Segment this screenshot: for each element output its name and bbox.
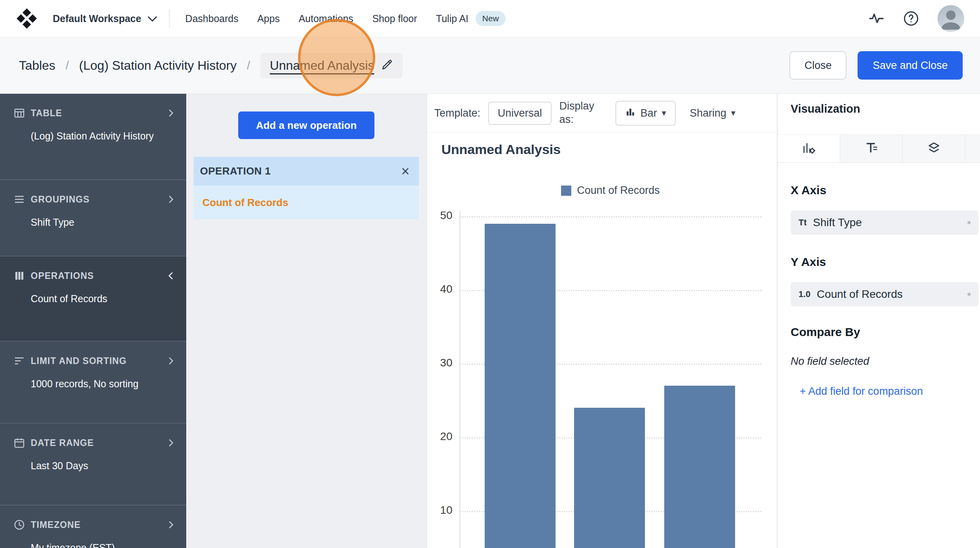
panel-title: Visualization [791, 102, 860, 115]
top-nav: Default Workspace Dashboards Apps Automa… [0, 0, 980, 37]
y-tick-label: 10 [427, 504, 452, 516]
nav-divider [169, 9, 170, 28]
tab-text-format[interactable] [840, 135, 903, 162]
y-axis-line [459, 211, 460, 548]
nav-links: Dashboards Apps Automations Shop floor T… [185, 11, 506, 26]
display-as-label: Display as: [559, 100, 608, 126]
sidebar-section-groupings[interactable]: GROUPINGS Shift Type [0, 180, 186, 256]
operation-item-row[interactable]: Count of Records [194, 186, 419, 219]
operation-header[interactable]: OPERATION 1 × [194, 157, 419, 186]
analysis-name[interactable]: Unnamed Analysis [270, 58, 374, 73]
close-button[interactable]: Close [789, 51, 847, 80]
breadcrumb-bar: Tables / (Log) Station Activity History … [0, 37, 980, 94]
layers-icon [927, 141, 941, 156]
clock-icon [13, 519, 25, 531]
operations-icon [13, 270, 25, 282]
sidebar-section-operations[interactable]: OPERATIONS Count of Records [0, 256, 186, 342]
bar-chart-icon [625, 106, 636, 120]
drag-handle-dot [967, 293, 971, 296]
chevron-right-icon [166, 108, 176, 118]
header-actions: Close Save and Close [789, 51, 963, 80]
bar-2 [664, 386, 735, 548]
section-value: Count of Records [13, 292, 157, 306]
y-tick-label: 40 [427, 283, 452, 295]
x-axis-field-label: Shift Type [813, 216, 862, 229]
help-icon[interactable] [903, 10, 919, 27]
y-tick-label: 30 [427, 357, 452, 369]
compare-by-heading: Compare By [791, 325, 860, 339]
breadcrumb-table-name[interactable]: (Log) Station Activity History [79, 58, 237, 73]
y-axis-heading: Y Axis [791, 255, 826, 269]
gridline [459, 216, 761, 217]
activity-pulse-icon[interactable] [868, 10, 885, 27]
nav-item-tulip-ai[interactable]: Tulip AI [436, 13, 468, 24]
nav-item-dashboards[interactable]: Dashboards [185, 13, 239, 24]
section-value: My timezone (EST) [13, 541, 157, 548]
sharing-dropdown[interactable]: Sharing ▾ [690, 107, 735, 119]
new-badge: New [476, 11, 506, 26]
save-and-close-button[interactable]: Save and Close [858, 51, 963, 80]
close-icon[interactable]: × [401, 164, 409, 178]
operation-item-label: Count of Records [202, 197, 288, 209]
section-title: TIMEZONE [31, 520, 81, 530]
template-select[interactable]: Universal [488, 102, 552, 125]
tulip-logo-icon[interactable] [16, 7, 38, 30]
chart-title: Unnamed Analysis [441, 142, 561, 157]
display-as-select[interactable]: Bar ▾ [615, 101, 676, 126]
analysis-name-editor[interactable]: Unnamed Analysis [260, 53, 402, 78]
sidebar-section-limit-sorting[interactable]: LIMIT AND SORTING 1000 records, No sorti… [0, 342, 186, 424]
tab-chart-settings[interactable] [778, 135, 840, 162]
operation-title: OPERATION 1 [200, 165, 271, 177]
sorting-filter-icon [13, 355, 25, 367]
section-header: GROUPINGS [13, 192, 176, 207]
pencil-edit-icon[interactable] [381, 59, 393, 72]
sharing-label: Sharing [690, 107, 726, 119]
add-field-comparison-link[interactable]: + Add field for comparison [800, 385, 923, 398]
breadcrumb-tables[interactable]: Tables [19, 58, 56, 73]
chevron-right-icon [166, 356, 176, 366]
workspace-name: Default Workspace [53, 13, 141, 24]
add-operation-button[interactable]: Add a new operation [238, 111, 374, 139]
x-axis-field-chip[interactable]: Tt Shift Type [791, 210, 978, 235]
sidebar-section-date-range[interactable]: DATE RANGE Last 30 Days [0, 424, 186, 505]
section-value: 1000 records, No sorting [13, 377, 157, 391]
section-title: TABLE [31, 108, 62, 119]
template-value: Universal [498, 107, 542, 119]
y-axis-field-chip[interactable]: 1.0 Count of Records [791, 282, 978, 307]
operation-panel: OPERATION 1 × Count of Records [194, 157, 419, 219]
chevron-down-icon: ▾ [662, 108, 666, 118]
analysis-editor: Default Workspace Dashboards Apps Automa… [0, 0, 980, 548]
text-type-icon: Tt [798, 217, 807, 228]
nav-item-shop-floor[interactable]: Shop floor [372, 13, 417, 24]
sidebar-section-table[interactable]: TABLE (Log) Station Activity History [0, 94, 186, 180]
chart-plot: 1020304050 [427, 94, 777, 548]
section-value: Last 30 Days [13, 459, 157, 473]
calendar-icon [13, 437, 25, 449]
groupings-icon [13, 193, 25, 205]
legend-label: Count of Records [577, 184, 660, 197]
section-title: LIMIT AND SORTING [31, 356, 127, 366]
number-type-icon: 1.0 [798, 289, 811, 299]
visualization-panel: Visualization X Axis Tt Shift Type [777, 94, 980, 548]
nav-item-apps[interactable]: Apps [257, 13, 280, 24]
y-axis-field-label: Count of Records [817, 288, 903, 301]
section-title: GROUPINGS [31, 194, 90, 205]
user-avatar[interactable] [937, 5, 964, 32]
chart-toolbar: Template: Universal Display as: Bar ▾ Sh… [427, 94, 777, 133]
tab-layers[interactable] [903, 135, 965, 162]
section-title: DATE RANGE [31, 438, 94, 448]
sidebar-section-timezone[interactable]: TIMEZONE My timezone (EST) [0, 505, 186, 548]
chart-legend[interactable]: Count of Records [459, 184, 761, 197]
section-value: Shift Type [13, 215, 157, 229]
section-header: TABLE [13, 106, 176, 121]
query-sidebar: TABLE (Log) Station Activity History GRO… [0, 94, 186, 548]
workspace-selector[interactable]: Default Workspace [53, 13, 157, 24]
legend-swatch [561, 186, 571, 196]
drag-handle-dot [967, 221, 971, 224]
chart-area: 1020304050 Template: Universal Display a… [427, 94, 777, 548]
display-as-value: Bar [641, 107, 657, 119]
text-format-icon [864, 141, 878, 156]
no-field-selected-text: No field selected [791, 355, 869, 368]
nav-item-automations[interactable]: Automations [298, 13, 353, 24]
section-header: OPERATIONS [13, 268, 176, 283]
